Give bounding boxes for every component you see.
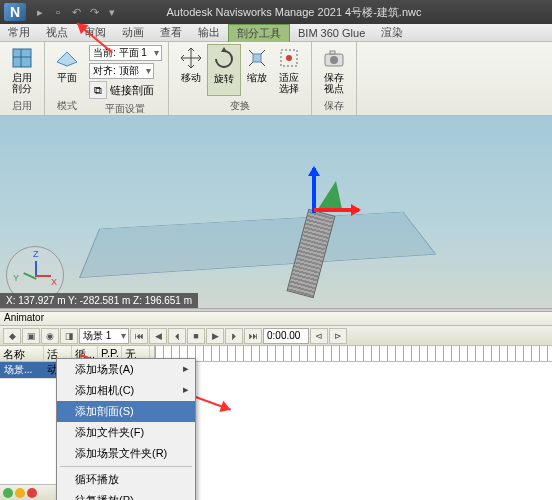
- svg-rect-6: [330, 51, 335, 54]
- gizmo-z-axis[interactable]: [312, 168, 316, 213]
- enable-section-button[interactable]: 启用 剖分: [6, 44, 38, 96]
- rotate-button[interactable]: 旋转: [207, 44, 241, 96]
- tab-section-tools[interactable]: 剖分工具: [228, 24, 290, 42]
- panel-enable: 启用 剖分 启用: [0, 42, 45, 115]
- tab-animation[interactable]: 动画: [114, 24, 152, 41]
- panel-title-enable: 启用: [6, 97, 38, 113]
- menu-pingpong[interactable]: 往复播放(P): [57, 490, 195, 500]
- tab-output[interactable]: 输出: [190, 24, 228, 41]
- menu-separator: [60, 466, 192, 467]
- panel-title-save: 保存: [318, 97, 350, 113]
- menu-add-section[interactable]: 添加剖面(S): [57, 401, 195, 422]
- status-green-icon[interactable]: [3, 488, 13, 498]
- qat-open-icon[interactable]: ▸: [32, 4, 48, 20]
- link-icon[interactable]: ⧉: [89, 81, 107, 99]
- svg-rect-1: [253, 54, 261, 62]
- tab-home[interactable]: 常用: [0, 24, 38, 41]
- time-input[interactable]: [263, 328, 309, 344]
- scale-icon: [245, 46, 269, 70]
- menu-add-camera[interactable]: 添加相机(C): [57, 380, 195, 401]
- status-amber-icon[interactable]: [15, 488, 25, 498]
- step-back-icon[interactable]: ◀: [149, 328, 167, 344]
- play-icon[interactable]: ▶: [206, 328, 224, 344]
- col-name[interactable]: 名称: [0, 346, 44, 361]
- move-button[interactable]: 移动: [175, 44, 207, 96]
- tab-view[interactable]: 查看: [152, 24, 190, 41]
- camera-icon: [322, 46, 346, 70]
- svg-rect-0: [13, 49, 31, 67]
- panel-title-plane-settings: 平面设置: [89, 100, 162, 116]
- panel-title-mode: 模式: [51, 97, 83, 113]
- panel-title-transform: 变换: [175, 97, 305, 113]
- menu-add-scene[interactable]: 添加场景(A): [57, 359, 195, 380]
- camera-key-icon[interactable]: ▣: [22, 328, 40, 344]
- 3d-viewport[interactable]: Z X Y X: 137.927 m Y: -282.581 m Z: 196.…: [0, 116, 552, 308]
- window-title: Autodesk Navisworks Manage 2021 4号楼-建筑.n…: [120, 5, 468, 20]
- svg-point-5: [330, 56, 338, 64]
- section-key-icon[interactable]: ◨: [60, 328, 78, 344]
- animator-panel-title: Animator: [0, 312, 552, 326]
- end-icon[interactable]: ⏭: [244, 328, 262, 344]
- prev-key-icon[interactable]: ⊲: [310, 328, 328, 344]
- gizmo-x-axis[interactable]: [314, 208, 359, 212]
- keyframe-icon[interactable]: ◆: [3, 328, 21, 344]
- section-plane[interactable]: [79, 212, 436, 278]
- status-red-icon[interactable]: [27, 488, 37, 498]
- snapshot-icon[interactable]: ◉: [41, 328, 59, 344]
- qat-redo-icon[interactable]: ↷: [86, 4, 102, 20]
- panel-transform: 移动 旋转 缩放 适应 选择 变换: [169, 42, 312, 115]
- align-dropdown[interactable]: 对齐: 顶部: [89, 63, 154, 79]
- timeline[interactable]: [155, 346, 552, 500]
- panel-save: 保存 视点 保存: [312, 42, 357, 115]
- coordinates-readout: X: 137.927 m Y: -282.581 m Z: 196.651 m: [0, 293, 198, 308]
- menu-add-folder[interactable]: 添加文件夹(F): [57, 422, 195, 443]
- gizmo-y-cone[interactable]: [318, 181, 342, 209]
- menu-add-scene-folder[interactable]: 添加场景文件夹(R): [57, 443, 195, 464]
- scale-button[interactable]: 缩放: [241, 44, 273, 96]
- app-logo[interactable]: N: [4, 3, 26, 21]
- svg-point-3: [286, 55, 292, 61]
- rotate-icon: [212, 47, 236, 71]
- tab-bim360[interactable]: BIM 360 Glue: [290, 26, 373, 40]
- step-fwd-icon[interactable]: ⏵: [225, 328, 243, 344]
- qat-save-icon[interactable]: ▫: [50, 4, 66, 20]
- ribbon: 启用 剖分 启用 平面 模式 当前: 平面 1 对齐: 顶部 ⧉ 链接剖面 平面…: [0, 42, 552, 116]
- plane-icon: [55, 46, 79, 70]
- current-plane-dropdown[interactable]: 当前: 平面 1: [89, 45, 162, 61]
- timeline-ruler[interactable]: [155, 346, 552, 362]
- vc-z: Z: [33, 249, 39, 259]
- plane-mode-button[interactable]: 平面: [51, 44, 83, 85]
- vc-y: Y: [13, 273, 19, 283]
- menu-loop[interactable]: 循环播放: [57, 469, 195, 490]
- move-icon: [179, 46, 203, 70]
- vc-x: X: [51, 277, 57, 287]
- panel-mode: 平面 模式 当前: 平面 1 对齐: 顶部 ⧉ 链接剖面 平面设置: [45, 42, 169, 115]
- stop-icon[interactable]: ■: [187, 328, 205, 344]
- target-icon: [277, 46, 301, 70]
- play-back-icon[interactable]: ⏴: [168, 328, 186, 344]
- tab-render[interactable]: 渲染: [373, 24, 411, 41]
- scene-selector[interactable]: 场景 1: [79, 328, 129, 344]
- next-key-icon[interactable]: ⊳: [329, 328, 347, 344]
- save-viewpoint-button[interactable]: 保存 视点: [318, 44, 350, 96]
- fit-selection-button[interactable]: 适应 选择: [273, 44, 305, 96]
- rewind-icon[interactable]: ⏮: [130, 328, 148, 344]
- qat-more-icon[interactable]: ▾: [104, 4, 120, 20]
- tab-viewpoint[interactable]: 视点: [38, 24, 76, 41]
- section-box-icon: [10, 46, 34, 70]
- link-section-label[interactable]: 链接剖面: [110, 83, 154, 98]
- context-menu: 添加场景(A) 添加相机(C) 添加剖面(S) 添加文件夹(F) 添加场景文件夹…: [56, 358, 196, 500]
- animator-toolbar: ◆ ▣ ◉ ◨ 场景 1 ⏮ ◀ ⏴ ■ ▶ ⏵ ⏭ ⊲ ⊳: [0, 326, 552, 346]
